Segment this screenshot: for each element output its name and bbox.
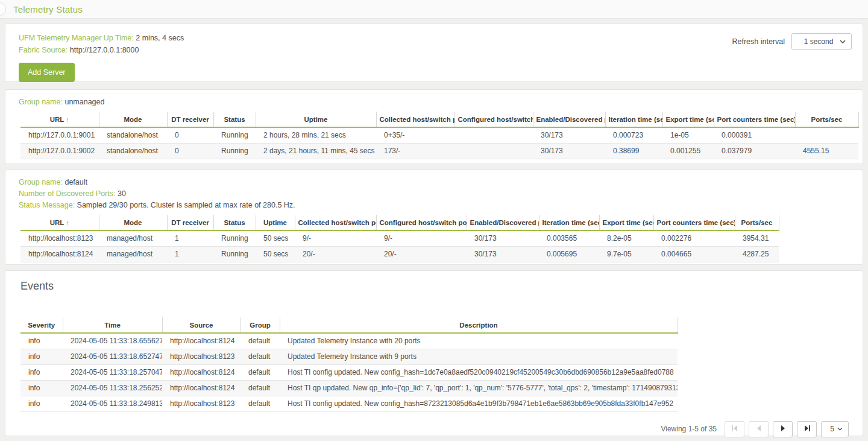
table-cell: http://localhost:8123 <box>162 396 241 411</box>
column-header[interactable]: DT receiver <box>167 215 213 230</box>
table-cell: Running <box>213 143 256 159</box>
column-header[interactable]: Enabled/Discovered ports <box>533 112 605 127</box>
table-cell: 0.001255 <box>662 143 714 159</box>
column-header[interactable]: Export time (sec) <box>599 215 653 230</box>
column-header[interactable]: URL ↑ <box>20 112 99 127</box>
table-cell: 1e-05 <box>662 127 714 143</box>
column-header[interactable]: Mode <box>99 112 167 127</box>
column-header[interactable]: Ports/sec <box>795 112 858 127</box>
table-cell: 50 secs <box>256 230 295 246</box>
table-cell: 8.2e-05 <box>599 230 653 246</box>
page-size-value: 5 <box>827 425 837 433</box>
previous-page-button[interactable] <box>749 421 769 437</box>
column-header[interactable]: Iteration time (sec) <box>539 215 599 230</box>
table-cell: 2024-05-05 11:33:18.256252 <box>63 380 162 396</box>
refresh-interval-control: Refresh interval 1 second <box>732 33 852 50</box>
table-cell: http://127.0.0.1:9002 <box>20 143 99 159</box>
table-row: info2024-05-05 11:33:18.257047http://loc… <box>20 364 678 380</box>
table-row: info2024-05-05 11:33:18.652747http://loc… <box>20 349 678 364</box>
refresh-interval-value: 1 second <box>797 37 840 46</box>
page-title: Telemetry Status <box>13 4 83 14</box>
table-cell: 2024-05-05 11:33:18.655627 <box>63 333 162 349</box>
column-header[interactable]: Ports/sec <box>735 215 779 230</box>
column-header[interactable]: Iteration time (sec) <box>605 112 662 127</box>
table-cell: default <box>241 333 280 349</box>
table-cell: default <box>241 349 280 364</box>
column-header[interactable]: Port counters time (sec) <box>653 215 735 230</box>
group-info-value: unmanaged <box>64 98 104 106</box>
table-cell: Updated Telemetry Instance with 20 ports <box>280 333 678 349</box>
next-page-button[interactable] <box>773 421 793 437</box>
group-info-value: 30 <box>118 189 126 198</box>
uptime-value: 2 mins, 4 secs <box>136 34 184 42</box>
table-cell: 0 <box>167 127 213 143</box>
server-group-card-unmanaged: Group name: unmanaged URL ↑ModeDT receiv… <box>5 89 863 164</box>
column-header[interactable]: Configured host/switch ports <box>454 112 533 127</box>
table-header-row: SeverityTimeSourceGroupDescription <box>20 317 678 333</box>
column-header[interactable]: Uptime <box>256 215 295 230</box>
table-cell: 0.38699 <box>605 143 662 159</box>
column-header[interactable]: Collected host/switch ports <box>295 215 376 230</box>
column-header[interactable]: Group <box>241 317 280 333</box>
table-cell: 2024-05-05 11:33:18.249813 <box>63 396 162 411</box>
last-page-button[interactable] <box>797 421 817 437</box>
page-size-select[interactable]: 5 <box>821 421 849 437</box>
column-header[interactable]: Source <box>162 317 241 333</box>
table-cell: default <box>241 396 280 411</box>
column-header[interactable]: Uptime <box>256 112 376 127</box>
table-cell: 2 hours, 28 mins, 21 secs <box>256 127 376 143</box>
group-info-label: Group name: <box>19 178 64 186</box>
table-cell: 2024-05-05 11:33:18.652747 <box>63 349 162 364</box>
column-header[interactable]: URL ↑ <box>20 215 99 230</box>
column-header[interactable]: Mode <box>99 215 167 230</box>
table-cell <box>454 127 533 143</box>
column-header[interactable]: Configured host/switch ports <box>376 215 467 230</box>
group-info: Group name: unmanaged <box>5 96 863 112</box>
table-row: info2024-05-05 11:33:18.249813http://loc… <box>20 396 678 411</box>
column-header[interactable]: DT receiver <box>167 112 213 127</box>
server-table: URL ↑ModeDT receiverStatusUptimeCollecte… <box>20 215 779 262</box>
table-cell: Host TI qp updated. New qp_info={'qp_lid… <box>280 380 678 396</box>
fabric-source-label: Fabric Source: <box>19 46 68 54</box>
first-page-button[interactable] <box>725 421 744 437</box>
table-cell: 20/- <box>295 246 376 262</box>
chevron-down-icon <box>837 427 843 431</box>
column-header[interactable]: Collected host/switch ports <box>376 112 454 127</box>
column-header[interactable]: Time <box>63 317 162 333</box>
table-cell: Running <box>213 246 256 262</box>
group-info-label: Number of Discovered Ports: <box>19 189 118 198</box>
column-header[interactable]: Port counters time (sec) <box>714 112 795 127</box>
column-header[interactable]: Severity <box>20 317 63 333</box>
table-cell: 0.037979 <box>714 143 795 159</box>
table-cell: 1 <box>167 246 213 262</box>
column-header[interactable]: Status <box>213 112 256 127</box>
column-header[interactable]: Status <box>213 215 256 230</box>
table-cell: 50 secs <box>256 246 295 262</box>
table-cell: managed/host <box>99 246 167 262</box>
table-cell: http://localhost:8124 <box>162 364 241 380</box>
group-info-line: Group name: unmanaged <box>19 97 849 108</box>
uptime-label: UFM Telemetry Manager Up Time: <box>19 34 134 42</box>
table-cell: 0+35/- <box>376 127 454 143</box>
pagination-viewing-text: Viewing 1-5 of 35 <box>661 425 717 433</box>
column-header[interactable]: Export time (sec) <box>662 112 714 127</box>
left-triangle-icon <box>756 425 761 433</box>
table-cell: info <box>20 396 63 411</box>
table-row: http://localhost:8124managed/host1Runnin… <box>20 246 779 262</box>
table-cell: http://localhost:8124 <box>20 246 99 262</box>
table-cell: standalone/host <box>99 127 167 143</box>
group-info: Group name: defaultNumber of Discovered … <box>5 176 863 215</box>
table-cell: 0.004665 <box>653 246 735 262</box>
column-header[interactable]: Enabled/Discovered ports <box>467 215 539 230</box>
table-cell: 9/- <box>295 230 376 246</box>
table-cell: default <box>241 364 280 380</box>
group-info-label: Status Message: <box>19 201 77 209</box>
server-group-card-default: Group name: defaultNumber of Discovered … <box>5 170 863 265</box>
refresh-interval-select[interactable]: 1 second <box>791 33 852 50</box>
add-server-button[interactable]: Add Server <box>19 63 75 82</box>
column-header[interactable]: Description <box>280 317 678 333</box>
table-cell: http://127.0.0.1:9001 <box>20 127 99 143</box>
events-pagination: Viewing 1-5 of 35 5 <box>5 421 849 437</box>
fabric-source-line: Fabric Source: http://127.0.0.1:8000 <box>19 44 849 56</box>
group-info-line: Number of Discovered Ports: 30 <box>19 188 849 200</box>
